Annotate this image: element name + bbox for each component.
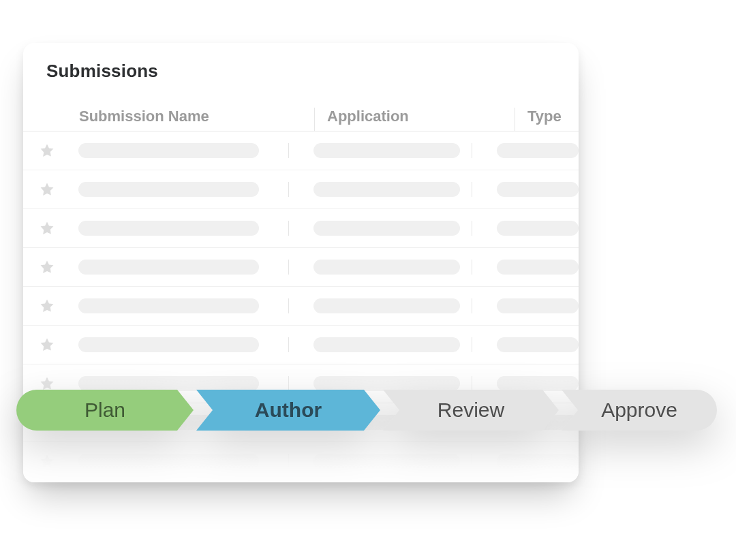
table-row[interactable] <box>23 209 579 248</box>
card-title: Submissions <box>23 43 579 82</box>
stage-plan[interactable]: Plan <box>16 390 194 431</box>
cell-application <box>289 454 472 469</box>
cell-type <box>472 298 579 313</box>
cell-submission-name <box>72 221 289 236</box>
cell-application <box>289 298 472 313</box>
star-icon[interactable] <box>23 298 72 314</box>
star-icon[interactable] <box>23 337 72 353</box>
cell-submission-name <box>72 337 289 352</box>
cell-type <box>472 221 579 236</box>
stage-label: Approve <box>601 399 677 421</box>
table-row[interactable] <box>23 131 579 170</box>
column-submission-name[interactable]: Submission Name <box>76 108 315 131</box>
stage-approve[interactable]: Approve <box>562 390 717 431</box>
cell-submission-name <box>72 376 289 391</box>
cell-application <box>289 143 472 158</box>
table-row[interactable] <box>23 287 579 326</box>
star-icon[interactable] <box>23 142 72 159</box>
cell-application <box>289 260 472 275</box>
cell-type <box>472 143 579 158</box>
table-row[interactable] <box>23 326 579 364</box>
star-icon[interactable] <box>23 181 72 198</box>
cell-submission-name <box>72 454 289 469</box>
cell-submission-name <box>72 143 289 158</box>
cell-type <box>472 454 579 469</box>
star-icon[interactable] <box>23 220 72 236</box>
star-icon[interactable] <box>23 453 72 469</box>
cell-submission-name <box>72 298 289 313</box>
star-icon[interactable] <box>23 259 72 275</box>
column-application[interactable]: Application <box>315 108 515 131</box>
cell-submission-name <box>72 260 289 275</box>
stage-label: Review <box>438 399 504 421</box>
stage-review[interactable]: Review <box>383 390 559 431</box>
cell-application <box>289 376 472 391</box>
cell-submission-name <box>72 182 289 197</box>
cell-application <box>289 221 472 236</box>
workflow-stage-bar: Plan Author Review Approve <box>16 390 717 431</box>
table-row[interactable] <box>23 170 579 209</box>
table-row[interactable] <box>23 442 579 481</box>
cell-type <box>472 376 579 391</box>
column-favorite <box>23 125 76 131</box>
stage-label: Plan <box>85 399 125 421</box>
stage-label: Author <box>255 399 322 421</box>
stage-author[interactable]: Author <box>196 390 380 431</box>
table-header: Submission Name Application Type <box>23 97 579 131</box>
table-row[interactable] <box>23 248 579 287</box>
cell-type <box>472 337 579 352</box>
column-type[interactable]: Type <box>515 108 579 131</box>
cell-type <box>472 260 579 275</box>
cell-type <box>472 182 579 197</box>
cell-application <box>289 337 472 352</box>
cell-application <box>289 182 472 197</box>
